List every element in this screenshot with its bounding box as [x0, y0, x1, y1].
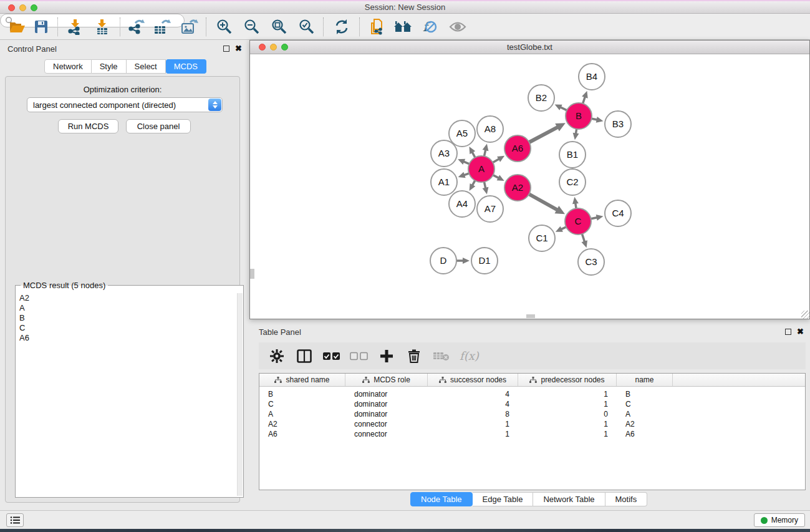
table-row[interactable]: A6 connector 1 1 A6: [259, 429, 805, 439]
home-layout-icon[interactable]: [392, 16, 414, 37]
horizontal-scroll-thumb[interactable]: [526, 314, 535, 318]
column-header-successor-nodes[interactable]: successor nodes: [428, 374, 518, 386]
close-panel-icon[interactable]: ✖: [235, 46, 242, 52]
tab-network-table[interactable]: Network Table: [533, 492, 605, 506]
network-window-titlebar[interactable]: testGlobe.txt: [250, 41, 809, 54]
column-settings-gear-icon[interactable]: [268, 347, 286, 365]
tab-node-table[interactable]: Node Table: [410, 492, 473, 506]
refresh-view-icon[interactable]: [330, 16, 353, 37]
tab-style[interactable]: Style: [92, 59, 127, 74]
criterion-dropdown-value: largest connected component (directed): [27, 100, 208, 110]
export-network-icon[interactable]: [125, 16, 147, 37]
minimize-window-button[interactable]: [19, 4, 26, 11]
column-header-mcds-role[interactable]: MCDS role: [345, 374, 428, 386]
toggle-graphics-details-icon[interactable]: f: [418, 16, 440, 37]
table-mode-icon[interactable]: [295, 347, 314, 365]
table-cell[interactable]: A2: [259, 419, 345, 429]
vertical-scroll-thumb[interactable]: [250, 269, 254, 279]
import-table-icon[interactable]: [91, 16, 113, 37]
function-builder-icon[interactable]: f(x): [460, 349, 479, 362]
open-file-icon[interactable]: [6, 16, 29, 37]
delete-columns-trash-icon[interactable]: [405, 347, 423, 365]
graph-node-label: B4: [586, 71, 597, 82]
mcds-result-item[interactable]: B: [18, 313, 234, 323]
table-cell[interactable]: connector: [345, 419, 428, 429]
zoom-in-icon[interactable]: [213, 16, 236, 37]
table-cell[interactable]: 1: [428, 419, 518, 429]
export-image-icon[interactable]: [178, 16, 201, 37]
eye-icon[interactable]: [446, 16, 469, 37]
result-scrollbar[interactable]: [237, 293, 243, 496]
close-window-button[interactable]: [8, 4, 15, 11]
graph-edge-arrow: [463, 258, 470, 264]
table-cell[interactable]: dominator: [345, 399, 428, 409]
table-cell[interactable]: B: [617, 389, 673, 399]
table-cell[interactable]: dominator: [345, 389, 428, 399]
criterion-dropdown[interactable]: largest connected component (directed): [27, 97, 223, 112]
mcds-result-item[interactable]: A6: [18, 333, 234, 343]
table-row[interactable]: C dominator 4 1 C: [259, 399, 805, 409]
table-cell[interactable]: 1: [428, 429, 518, 439]
import-network-icon[interactable]: [64, 16, 86, 37]
table-cell[interactable]: A2: [617, 419, 673, 429]
table-cell[interactable]: dominator: [345, 409, 428, 419]
tab-select[interactable]: Select: [127, 59, 166, 74]
tab-motifs[interactable]: Motifs: [605, 492, 648, 506]
close-table-panel-icon[interactable]: ✖: [797, 329, 804, 335]
zoom-out-icon[interactable]: [241, 16, 263, 37]
select-all-icon[interactable]: [322, 347, 341, 365]
table-cell[interactable]: B: [259, 389, 345, 399]
table-cell[interactable]: 1: [518, 419, 617, 429]
tab-edge-table[interactable]: Edge Table: [473, 492, 534, 506]
close-network-button[interactable]: [259, 44, 266, 51]
table-cell[interactable]: 4: [428, 389, 518, 399]
graph-node-label: A7: [485, 203, 496, 214]
deselect-all-icon[interactable]: [350, 347, 369, 365]
zoom-selected-icon[interactable]: [296, 16, 318, 37]
table-cell[interactable]: A: [259, 409, 345, 419]
table-cell[interactable]: 4: [428, 399, 518, 409]
table-cell[interactable]: 8: [428, 409, 518, 419]
mcds-result-item[interactable]: A: [18, 303, 234, 313]
export-table-icon[interactable]: [151, 16, 173, 37]
tab-network[interactable]: Network: [44, 59, 92, 74]
resize-grip[interactable]: [801, 311, 809, 319]
add-column-icon[interactable]: [377, 347, 396, 365]
graph-edge-arrow: [573, 133, 579, 140]
network-canvas[interactable]: B4B2BB3A8A5A6A3B1AA1C2A2A4A7C4CC1C3DD1: [250, 55, 809, 319]
table-cell[interactable]: 1: [518, 389, 617, 399]
table-cell[interactable]: A6: [259, 429, 345, 439]
run-mcds-button[interactable]: Run MCDS: [58, 119, 118, 133]
table-cell[interactable]: connector: [345, 429, 428, 439]
table-row[interactable]: A2 connector 1 1 A2: [259, 419, 805, 429]
zoom-window-button[interactable]: [31, 4, 37, 11]
save-session-icon[interactable]: [30, 16, 52, 37]
float-table-panel-icon[interactable]: [785, 329, 791, 335]
minimize-network-button[interactable]: [270, 44, 277, 51]
table-cell[interactable]: 1: [518, 429, 617, 439]
table-row[interactable]: A dominator 8 0 A: [259, 409, 805, 419]
column-header-name[interactable]: name: [617, 374, 673, 386]
show-panels-button[interactable]: [6, 513, 24, 527]
zoom-network-button[interactable]: [281, 44, 288, 51]
table-cell[interactable]: C: [259, 399, 345, 409]
table-cell[interactable]: A6: [617, 429, 673, 439]
table-cell[interactable]: C: [617, 399, 673, 409]
float-panel-icon[interactable]: [223, 46, 229, 52]
close-panel-button[interactable]: Close panel: [126, 119, 191, 133]
mcds-result-item[interactable]: C: [18, 323, 234, 333]
duplicate-network-icon[interactable]: [365, 16, 388, 37]
delete-table-icon[interactable]: [432, 347, 451, 365]
zoom-fit-icon[interactable]: [268, 16, 291, 37]
table-tabs: Node Table Edge Table Network Table Moti…: [410, 492, 647, 506]
table-cell[interactable]: 1: [518, 399, 617, 409]
table-cell[interactable]: A: [617, 409, 673, 419]
column-header-predecessor-nodes[interactable]: predecessor nodes: [518, 374, 617, 386]
graph-node-label: A8: [485, 123, 496, 134]
memory-button[interactable]: Memory: [754, 513, 805, 527]
column-header-shared-name[interactable]: shared name: [259, 374, 345, 386]
tab-mcds[interactable]: MCDS: [166, 59, 206, 74]
mcds-result-item[interactable]: A2: [18, 293, 234, 303]
table-cell[interactable]: 0: [518, 409, 617, 419]
table-row[interactable]: B dominator 4 1 B: [259, 389, 805, 399]
